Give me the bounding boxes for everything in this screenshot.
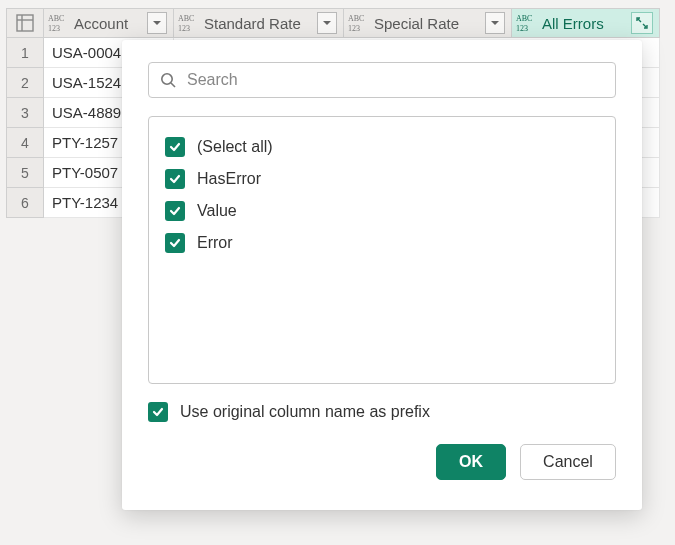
prefix-label: Use original column name as prefix xyxy=(180,403,430,421)
svg-text:123: 123 xyxy=(178,24,190,33)
svg-text:123: 123 xyxy=(348,24,360,33)
svg-text:123: 123 xyxy=(516,24,528,33)
svg-rect-0 xyxy=(17,15,33,31)
row-number: 1 xyxy=(6,38,44,68)
svg-line-12 xyxy=(171,83,175,87)
column-label: Account xyxy=(74,15,143,32)
checkbox-checked[interactable] xyxy=(165,233,185,253)
prefix-option[interactable]: Use original column name as prefix xyxy=(148,402,616,422)
option-label: Value xyxy=(197,202,237,220)
column-label: Special Rate xyxy=(374,15,481,32)
checkbox-checked[interactable] xyxy=(165,201,185,221)
column-filter-dropdown[interactable] xyxy=(317,12,337,34)
option-label: HasError xyxy=(197,170,261,188)
option-has-error[interactable]: HasError xyxy=(161,163,603,195)
column-filter-dropdown[interactable] xyxy=(147,12,167,34)
row-number: 3 xyxy=(6,98,44,128)
column-select-list: (Select all) HasError Value Error xyxy=(148,116,616,384)
column-label: Standard Rate xyxy=(204,15,313,32)
checkbox-checked[interactable] xyxy=(148,402,168,422)
cancel-button-label: Cancel xyxy=(543,453,593,471)
column-header-standard-rate[interactable]: ABC 123 Standard Rate xyxy=(174,8,344,38)
column-header-special-rate[interactable]: ABC 123 Special Rate xyxy=(344,8,512,38)
check-icon xyxy=(168,236,182,250)
option-label: Error xyxy=(197,234,233,252)
column-label: All Errors xyxy=(542,15,627,32)
check-icon xyxy=(168,172,182,186)
column-header-all-errors[interactable]: ABC 123 All Errors xyxy=(512,8,660,38)
row-number: 4 xyxy=(6,128,44,158)
column-header-account[interactable]: ABC 123 Account xyxy=(44,8,174,38)
ok-button-label: OK xyxy=(459,453,483,471)
option-label: (Select all) xyxy=(197,138,273,156)
datatype-any-icon: ABC 123 xyxy=(516,12,538,34)
svg-text:123: 123 xyxy=(48,24,60,33)
expand-column-panel: (Select all) HasError Value Error Use or… xyxy=(122,40,642,510)
datatype-any-icon: ABC 123 xyxy=(348,12,370,34)
table-icon xyxy=(16,14,34,32)
column-expand-button[interactable] xyxy=(631,12,653,34)
svg-text:ABC: ABC xyxy=(48,14,64,23)
row-number: 2 xyxy=(6,68,44,98)
row-number: 5 xyxy=(6,158,44,188)
option-select-all[interactable]: (Select all) xyxy=(161,131,603,163)
ok-button[interactable]: OK xyxy=(436,444,506,480)
search-icon xyxy=(159,71,177,89)
option-value[interactable]: Value xyxy=(161,195,603,227)
chevron-down-icon xyxy=(322,18,332,28)
header-row: ABC 123 Account ABC 123 Standard Rate xyxy=(6,8,661,38)
chevron-down-icon xyxy=(490,18,500,28)
chevron-down-icon xyxy=(152,18,162,28)
datatype-any-icon: ABC 123 xyxy=(48,12,70,34)
cancel-button[interactable]: Cancel xyxy=(520,444,616,480)
datatype-any-icon: ABC 123 xyxy=(178,12,200,34)
button-row: OK Cancel xyxy=(148,444,616,480)
check-icon xyxy=(168,140,182,154)
svg-point-11 xyxy=(162,74,172,84)
svg-text:ABC: ABC xyxy=(516,14,532,23)
expand-icon xyxy=(635,16,649,30)
select-all-cell[interactable] xyxy=(6,8,44,38)
svg-text:ABC: ABC xyxy=(178,14,194,23)
search-box[interactable] xyxy=(148,62,616,98)
svg-text:ABC: ABC xyxy=(348,14,364,23)
search-input[interactable] xyxy=(185,70,605,90)
check-icon xyxy=(151,405,165,419)
column-filter-dropdown[interactable] xyxy=(485,12,505,34)
checkbox-checked[interactable] xyxy=(165,169,185,189)
checkbox-checked[interactable] xyxy=(165,137,185,157)
row-number: 6 xyxy=(6,188,44,218)
option-error[interactable]: Error xyxy=(161,227,603,259)
check-icon xyxy=(168,204,182,218)
